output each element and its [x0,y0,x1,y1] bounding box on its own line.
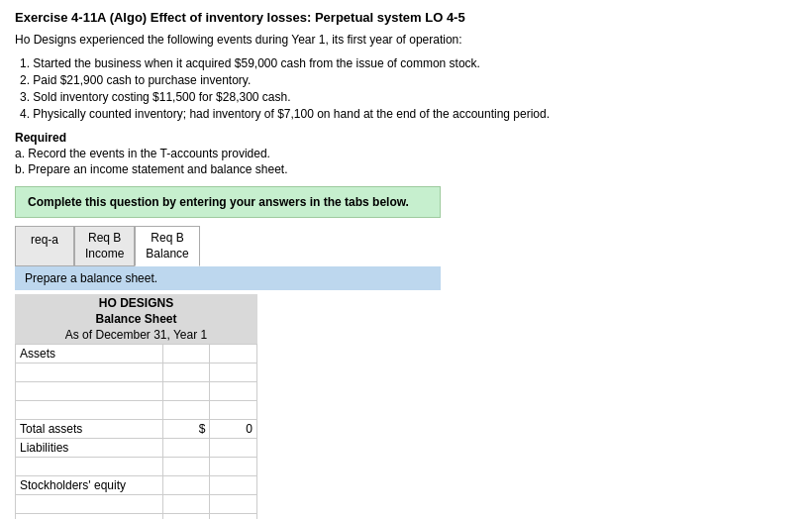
se-row-1 [16,495,257,514]
intro-text: Ho Designs experienced the following eve… [15,33,797,47]
sheet-name: Balance Sheet [15,312,257,326]
liabilities-label: Liabilities [16,439,163,458]
required-b: b. Prepare an income statement and balan… [15,162,797,176]
asset-amount-2a[interactable] [167,384,206,398]
se-input-1[interactable] [20,497,158,511]
tab-req-b-income-label2: Income [85,247,124,260]
assets-col2 [162,345,210,363]
required-label: Required [15,131,797,145]
balance-table: Assets Total assets $ [15,344,257,519]
event-1: 1. Started the business when it acquired… [20,56,797,70]
asset-amount-3a[interactable] [167,403,206,417]
tab-req-b-balance-label1: Req B [151,231,183,245]
required-section: Required a. Record the events in the T-a… [15,131,797,176]
assets-label: Assets [16,345,163,363]
asset-amount-3b[interactable] [214,403,253,417]
events-list: 1. Started the business when it acquired… [15,56,797,121]
balance-sheet-container: HO DESIGNS Balance Sheet As of December … [15,294,257,519]
tab-req-a[interactable]: req-a [15,226,74,266]
tab-req-b-income-label1: Req B [88,231,121,245]
total-assets-label: Total assets [16,420,163,439]
liability-amount-1a[interactable] [167,460,206,473]
asset-amount-2b[interactable] [214,384,253,398]
total-assets-dollar: $ [162,420,210,439]
tab-req-b-balance-label2: Balance [146,247,188,260]
event-3: 3. Sold inventory costing $11,500 for $2… [20,90,797,104]
se-label: Stockholders' equity [16,476,163,495]
required-a: a. Record the events in the T-accounts p… [15,147,797,160]
asset-input-3[interactable] [20,403,158,417]
event-4: 4. Physically counted inventory; had inv… [20,107,797,121]
liability-amount-1b[interactable] [214,460,253,473]
as-of-date: As of December 31, Year 1 [15,326,257,344]
se-row: Stockholders' equity [16,476,257,495]
assets-col3 [210,345,257,363]
liability-input-1[interactable] [20,460,158,473]
liabilities-row: Liabilities [16,439,257,458]
total-assets-value: 0 [210,420,257,439]
total-assets-row: Total assets $ 0 [16,420,257,439]
tab-req-b-balance[interactable]: Req B Balance [135,226,199,266]
event-2: 2. Paid $21,900 cash to purchase invento… [20,73,797,87]
se-amount-1a[interactable] [167,497,206,511]
asset-input-1[interactable] [20,365,158,379]
asset-row-2 [16,382,257,401]
assets-row: Assets [16,345,257,363]
exercise-title: Exercise 4-11A (Algo) Effect of inventor… [15,10,797,25]
asset-amount-1a[interactable] [167,365,206,379]
tab-req-b-income[interactable]: Req B Income [74,226,135,266]
asset-amount-1b[interactable] [214,365,253,379]
se-amount-1b[interactable] [214,497,253,511]
asset-row-3 [16,401,257,420]
tabs-container: req-a Req B Income Req B Balance [15,226,441,266]
asset-input-2[interactable] [20,384,158,398]
se-row-2 [16,514,257,519]
asset-row-1 [16,363,257,382]
company-name: HO DESIGNS [15,294,257,312]
section-header: Prepare a balance sheet. [15,266,441,290]
instruction-box: Complete this question by entering your … [15,186,441,218]
liability-row-1 [16,458,257,476]
